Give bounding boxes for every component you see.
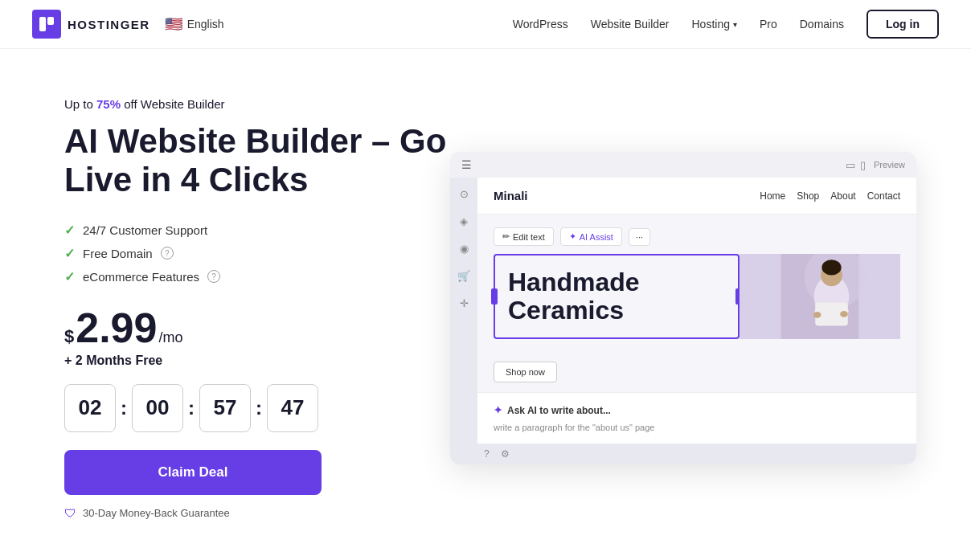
toolbar-left: ☰	[461, 158, 472, 171]
countdown-sep-3: :	[256, 399, 262, 418]
ai-input-placeholder[interactable]: write a paragraph for the "about us" pag…	[494, 423, 900, 432]
bottom-icon-question[interactable]: ?	[484, 448, 490, 460]
guarantee-text: 🛡 30-Day Money-Back Guarantee	[64, 506, 450, 520]
nav-pro[interactable]: Pro	[760, 18, 777, 31]
main-nav: WordPress Website Builder Hosting ▾ Pro …	[513, 10, 939, 39]
shield-icon: 🛡	[64, 506, 76, 520]
feature-text-domain: Free Domain	[83, 247, 153, 260]
ai-panel-sparkle-icon: ✦	[494, 404, 502, 416]
price-dollar: $	[64, 326, 74, 347]
site-nav-contact[interactable]: Contact	[867, 190, 900, 202]
price-display: $ 2.99 /mo	[64, 307, 450, 349]
edit-pencil-icon: ✏	[502, 231, 510, 242]
site-header: HOSTINGER 🇺🇸 English WordPress Website B…	[0, 0, 971, 49]
logo-icon	[32, 10, 61, 39]
question-icon-domain[interactable]: ?	[161, 247, 174, 260]
site-nav-about[interactable]: About	[830, 190, 855, 202]
flag-icon: 🇺🇸	[165, 15, 182, 33]
site-nav-links: Home Shop About Contact	[760, 190, 900, 202]
claim-deal-button[interactable]: Claim Deal	[64, 450, 322, 495]
ai-sparkle-icon: ✦	[569, 231, 576, 242]
check-icon-support: ✓	[64, 223, 75, 238]
hero-title: AI Website Builder – Go Live in 4 Clicks	[64, 122, 450, 200]
check-icon-ecommerce: ✓	[64, 269, 75, 284]
feature-item-domain: ✓ Free Domain ?	[64, 246, 450, 261]
bottom-sidebar-row: ? ⚙	[477, 444, 916, 464]
countdown-minutes: 00	[132, 384, 183, 432]
question-icon-ecommerce[interactable]: ?	[207, 270, 220, 283]
mobile-icon[interactable]: ▯	[860, 159, 866, 171]
hero-image	[740, 254, 900, 339]
sidebar-icon-4[interactable]: 🛒	[457, 269, 470, 282]
ai-panel-header: ✦ Ask AI to write about...	[494, 404, 900, 416]
edit-toolbar: ✏ Edit text ✦ AI Assist ···	[494, 227, 900, 246]
svg-point-10	[813, 312, 821, 318]
left-panel: Up to 75% off Website Builder AI Website…	[64, 97, 450, 520]
svg-rect-1	[47, 17, 54, 25]
nav-website-builder[interactable]: Website Builder	[591, 18, 670, 31]
hero-content-area: Handmade Ceramics	[494, 254, 900, 339]
shop-btn-area: Shop now	[477, 352, 916, 392]
hamburger-icon: ☰	[461, 158, 472, 171]
svg-point-11	[840, 311, 848, 317]
features-list: ✓ 24/7 Customer Support ✓ Free Domain ? …	[64, 223, 450, 284]
toolbar-right: ▭ ▯ Preview	[846, 159, 905, 171]
countdown-hours: 02	[64, 384, 116, 432]
price-section: $ 2.99 /mo + 2 Months Free	[64, 307, 450, 368]
shop-now-button[interactable]: Shop now	[494, 362, 557, 382]
login-button[interactable]: Log in	[867, 10, 939, 39]
site-nav-shop[interactable]: Shop	[797, 190, 819, 202]
sidebar-icon-5[interactable]: ✛	[457, 296, 470, 309]
more-options-button[interactable]: ···	[629, 228, 650, 246]
ai-assist-button[interactable]: ✦ AI Assist	[560, 227, 622, 246]
promo-tag: Up to 75% off Website Builder	[64, 97, 450, 111]
price-main: 2.99	[76, 307, 157, 349]
lang-label: English	[187, 18, 224, 31]
nav-domains[interactable]: Domains	[800, 18, 844, 31]
builder-main: ⊙ ◈ ◉ 🛒 ✛ Minali Home Shop About	[450, 178, 916, 464]
main-content: Up to 75% off Website Builder AI Website…	[0, 49, 971, 552]
builder-canvas: Minali Home Shop About Contact ✏	[477, 178, 916, 464]
sidebar-icon-3[interactable]: ◉	[457, 242, 470, 255]
bottom-icon-gear[interactable]: ⚙	[501, 448, 510, 460]
countdown-sep-1: :	[121, 399, 127, 418]
site-logo: Minali	[494, 189, 528, 202]
nav-hosting[interactable]: Hosting ▾	[691, 18, 736, 31]
ai-ask-label: Ask AI to write about...	[507, 405, 611, 416]
header-left: HOSTINGER 🇺🇸 English	[32, 10, 224, 39]
countdown-sep-2: :	[188, 399, 195, 418]
device-icons: ▭ ▯	[846, 159, 866, 171]
language-selector[interactable]: 🇺🇸 English	[165, 15, 224, 33]
sidebar-icon-2[interactable]: ◈	[457, 215, 470, 227]
site-nav-home[interactable]: Home	[760, 190, 785, 202]
nav-wordpress[interactable]: WordPress	[513, 18, 568, 31]
builder-sidebar: ⊙ ◈ ◉ 🛒 ✛	[450, 178, 477, 464]
countdown-timer: 02 : 00 : 57 : 47	[64, 384, 450, 432]
desktop-icon[interactable]: ▭	[846, 159, 855, 171]
feature-item-support: ✓ 24/7 Customer Support	[64, 223, 450, 238]
feature-text-support: 24/7 Customer Support	[83, 223, 207, 237]
svg-point-6	[821, 260, 841, 275]
preview-label[interactable]: Preview	[874, 160, 905, 170]
hero-text-editable[interactable]: Handmade Ceramics	[494, 254, 740, 339]
countdown-seconds: 57	[199, 384, 251, 432]
builder-toolbar: ☰ ▭ ▯ Preview	[450, 152, 916, 178]
countdown-frames: 47	[267, 384, 318, 432]
feature-text-ecommerce: eCommerce Features	[83, 270, 199, 284]
right-panel: ☰ ▭ ▯ Preview ⊙ ◈ ◉ 🛒 ✛	[450, 152, 916, 464]
sidebar-icon-1[interactable]: ⊙	[457, 187, 470, 200]
logo-text: HOSTINGER	[68, 18, 150, 31]
svg-rect-0	[39, 17, 46, 31]
resize-handle-left[interactable]	[491, 288, 498, 305]
builder-preview: ☰ ▭ ▯ Preview ⊙ ◈ ◉ 🛒 ✛	[450, 152, 916, 464]
price-mo: /mo	[158, 329, 182, 346]
price-bonus: + 2 Months Free	[64, 354, 450, 368]
logo-link[interactable]: HOSTINGER	[32, 10, 150, 39]
check-icon-domain: ✓	[64, 246, 75, 261]
hero-headline: Handmade Ceramics	[508, 268, 725, 325]
site-hero-area: ✏ Edit text ✦ AI Assist ···	[477, 215, 916, 352]
edit-text-button[interactable]: ✏ Edit text	[494, 227, 554, 246]
site-nav-header: Minali Home Shop About Contact	[477, 178, 916, 215]
chevron-down-icon: ▾	[733, 20, 737, 29]
feature-item-ecommerce: ✓ eCommerce Features ?	[64, 269, 450, 284]
